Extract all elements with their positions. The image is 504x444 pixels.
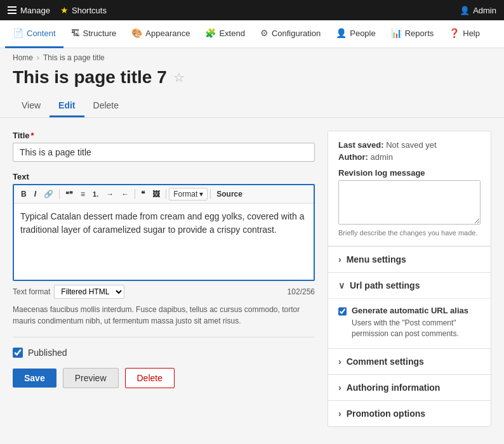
- toolbar-ol[interactable]: 1.: [90, 189, 102, 199]
- nav-item-people[interactable]: 👤 People: [328, 20, 383, 48]
- tabs-bar: View Edit Delete: [0, 95, 504, 118]
- page-title: This is page title 7: [13, 67, 167, 88]
- last-saved-value: Not saved yet: [386, 140, 437, 150]
- accordion-authoring-info-header[interactable]: › Authoring information: [328, 375, 491, 400]
- breadcrumb-separator: ›: [37, 53, 39, 62]
- help-icon: ❓: [449, 28, 460, 38]
- toolbar-italic[interactable]: I: [31, 188, 39, 200]
- main-column: Title* Text B I 🔗 ❝❞ ≡ 1. →: [13, 131, 315, 444]
- last-saved-label: Last saved:: [338, 140, 384, 150]
- editor-help-text: Maecenas faucibus mollis interdum. Fusce…: [13, 304, 315, 327]
- nav-people-label: People: [350, 29, 375, 38]
- side-panel: Last saved: Not saved yet Author: admin …: [328, 131, 491, 427]
- revision-textarea[interactable]: [338, 180, 481, 225]
- author-label: Author:: [338, 152, 368, 162]
- nav-item-extend[interactable]: 🧩 Extend: [197, 20, 252, 48]
- toolbar-image[interactable]: 🖼: [149, 188, 163, 200]
- accordion-menu-settings: › Menu settings: [328, 246, 491, 272]
- main-wrapper: Home › This is a page title This is page…: [0, 48, 504, 444]
- admin-menu[interactable]: 👤 Admin: [460, 6, 496, 15]
- editor-body[interactable]: Typical Catalan dessert made from cream …: [14, 204, 314, 280]
- url-alias-checkbox[interactable]: [338, 306, 347, 317]
- page-title-area: This is page title 7 ☆: [0, 65, 504, 95]
- toolbar-blockquote[interactable]: ❝❞: [62, 189, 76, 200]
- tab-edit[interactable]: Edit: [50, 95, 84, 117]
- accordion-promotion-options-header[interactable]: › Promotion options: [328, 401, 491, 426]
- chevron-right-icon-3: ›: [338, 382, 342, 393]
- divider: [13, 337, 315, 337]
- url-path-settings-label: Url path settings: [350, 280, 420, 291]
- people-icon: 👤: [336, 28, 347, 38]
- accordion-url-path-header[interactable]: ∨ Url path settings: [328, 273, 491, 298]
- last-saved-row: Last saved: Not saved yet: [338, 140, 481, 150]
- breadcrumb: Home › This is a page title: [0, 48, 504, 65]
- published-row: Published: [13, 348, 315, 358]
- toolbar-format-dropdown[interactable]: Format ▾: [169, 188, 208, 200]
- toolbar-ul[interactable]: ≡: [77, 188, 88, 200]
- accordion-comment-settings-header[interactable]: › Comment settings: [328, 349, 491, 374]
- navbar: 📄 Content 🏗 Structure 🎨 Appearance 🧩 Ext…: [0, 20, 504, 48]
- tab-view[interactable]: View: [13, 95, 50, 117]
- published-checkbox[interactable]: [13, 348, 23, 358]
- nav-item-configuration[interactable]: ⚙ Configuration: [253, 20, 328, 48]
- promotion-options-label: Promotion options: [347, 408, 425, 419]
- save-button[interactable]: Save: [13, 369, 56, 388]
- url-alias-row: Generate automatic URL alias Users with …: [338, 305, 481, 339]
- editor-wrapper: B I 🔗 ❝❞ ≡ 1. → ← ❝ 🖼 Fo: [13, 184, 315, 281]
- source-label: Source: [216, 190, 242, 199]
- accordion-authoring-info: › Authoring information: [328, 374, 491, 400]
- toolbar-sep-4: [210, 189, 211, 199]
- nav-appearance-label: Appearance: [145, 29, 190, 38]
- text-format-label: Text format: [13, 287, 50, 296]
- breadcrumb-page: This is a page title: [43, 53, 105, 62]
- toolbar-link[interactable]: 🔗: [41, 188, 56, 200]
- configuration-icon: ⚙: [260, 28, 269, 38]
- published-label[interactable]: Published: [28, 348, 67, 358]
- content-icon: 📄: [13, 28, 23, 38]
- toolbar-bold[interactable]: B: [18, 188, 30, 200]
- toolbar-quote[interactable]: ❝: [138, 188, 148, 200]
- revision-label: Revision log message: [338, 168, 481, 178]
- nav-item-content[interactable]: 📄 Content: [5, 20, 63, 48]
- nav-item-help[interactable]: ❓ Help: [441, 20, 487, 48]
- nav-item-structure[interactable]: 🏗 Structure: [63, 20, 124, 48]
- structure-icon: 🏗: [71, 28, 80, 38]
- title-field: Title*: [13, 131, 315, 162]
- toolbar-sep-2: [135, 189, 135, 199]
- content-layout: Title* Text B I 🔗 ❝❞ ≡ 1. →: [0, 118, 504, 444]
- nav-item-appearance[interactable]: 🎨 Appearance: [124, 20, 197, 48]
- manage-menu[interactable]: Manage: [8, 6, 50, 15]
- nav-help-label: Help: [463, 29, 480, 38]
- manage-label: Manage: [20, 6, 50, 15]
- shortcuts-link[interactable]: ★ Shortcuts: [60, 5, 107, 15]
- tab-delete[interactable]: Delete: [84, 95, 128, 117]
- comment-settings-label: Comment settings: [347, 356, 424, 367]
- toolbar-indent-more[interactable]: →: [103, 188, 117, 200]
- text-field: Text B I 🔗 ❝❞ ≡ 1. → ← ❝ 🖼: [13, 172, 315, 327]
- bookmark-icon[interactable]: ☆: [173, 70, 185, 85]
- side-column: Last saved: Not saved yet Author: admin …: [328, 131, 491, 444]
- nav-extend-label: Extend: [219, 29, 244, 38]
- nav-structure-label: Structure: [83, 29, 117, 38]
- actions-row: Save Preview Delete: [13, 368, 315, 388]
- appearance-icon: 🎨: [131, 28, 142, 38]
- title-input[interactable]: [13, 143, 315, 162]
- toolbar-source[interactable]: Source: [213, 188, 246, 200]
- accordion-menu-settings-header[interactable]: › Menu settings: [328, 247, 491, 272]
- text-format-select[interactable]: Filtered HTML Full HTML Plain text: [54, 285, 124, 299]
- chevron-right-icon-2: ›: [338, 356, 342, 367]
- breadcrumb-home[interactable]: Home: [13, 53, 33, 62]
- extend-icon: 🧩: [205, 28, 216, 38]
- shortcuts-label: Shortcuts: [72, 6, 107, 15]
- nav-content-label: Content: [27, 29, 56, 38]
- nav-item-reports[interactable]: 📊 Reports: [383, 20, 442, 48]
- delete-button[interactable]: Delete: [125, 368, 175, 388]
- authoring-info-label: Authoring information: [347, 382, 441, 393]
- star-icon: ★: [60, 5, 69, 15]
- toolbar-indent-less[interactable]: ←: [118, 188, 132, 200]
- chevron-right-icon: ›: [338, 254, 342, 264]
- format-chevron-icon: ▾: [199, 190, 203, 199]
- accordion-url-path-body: Generate automatic URL alias Users with …: [328, 298, 491, 348]
- preview-button[interactable]: Preview: [63, 368, 119, 388]
- url-alias-label[interactable]: Generate automatic URL alias: [352, 306, 468, 315]
